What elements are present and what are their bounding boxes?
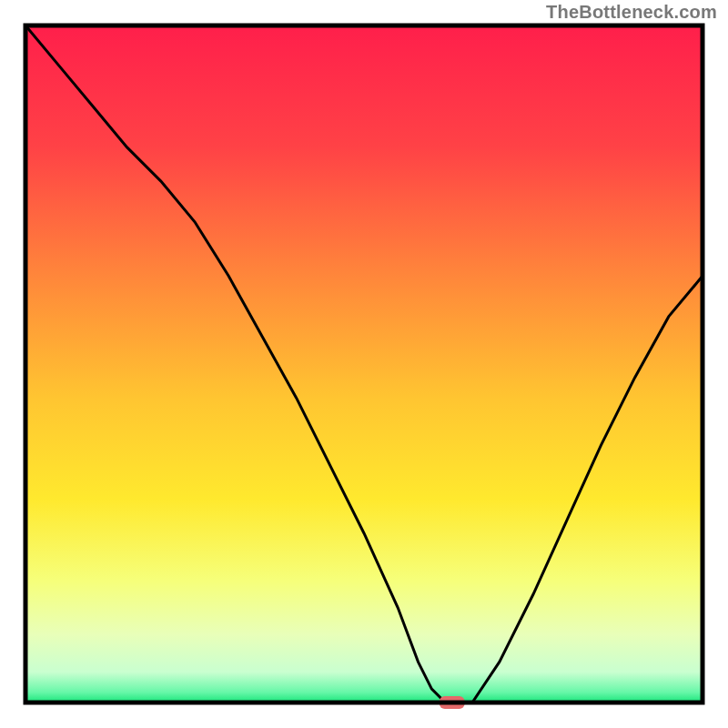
watermark-text: TheBottleneck.com <box>546 2 717 23</box>
plot-background <box>25 25 703 703</box>
chart-container: TheBottleneck.com <box>0 0 728 728</box>
bottleneck-chart <box>0 0 728 728</box>
